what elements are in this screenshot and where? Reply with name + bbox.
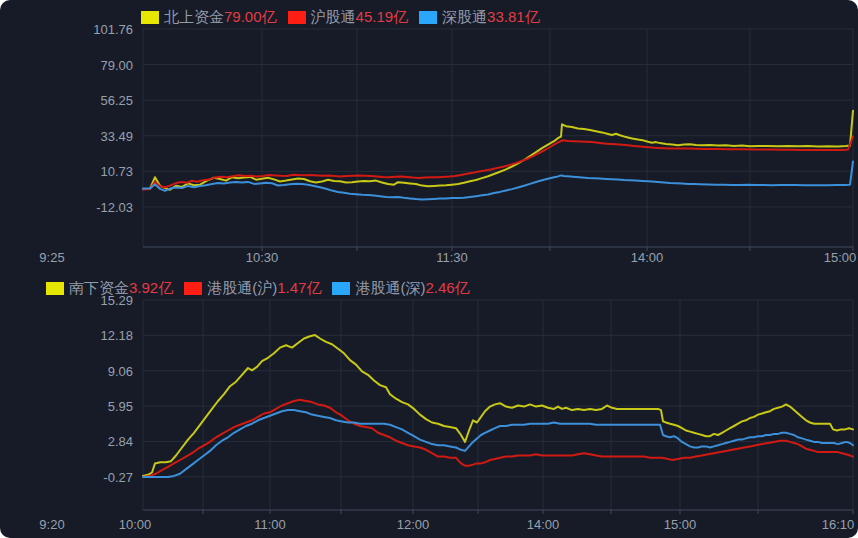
legend-swatch-yellow-icon [46,282,64,295]
x-axis-label: 10:00 [119,518,152,532]
legend-item-shengutong[interactable]: 深股通 33.81亿 [419,8,540,26]
x-axis-label: 14:00 [527,518,560,532]
legend-value: 33.81亿 [487,8,540,26]
legend-label: 港股通(深) [355,279,425,297]
y-axis-label: 33.49 [0,129,133,144]
legend-value: 79.00亿 [224,8,277,26]
y-axis-label: 9.06 [0,364,133,379]
chart-plot-area[interactable] [0,0,858,538]
x-axis-label: 11:00 [254,518,286,532]
legend-swatch-red-icon [288,11,306,24]
x-axis-label: 9:25 [39,251,64,265]
y-axis-label: -12.03 [0,200,133,215]
legend-label: 南下资金 [69,279,129,297]
y-axis-label: 79.00 [0,58,133,73]
northbound-legend: 北上资金 79.00亿 沪股通 45.19亿 深股通 33.81亿 [141,8,551,26]
y-axis-label: -0.27 [0,470,133,485]
legend-label: 沪股通 [311,8,356,26]
legend-label: 港股通(沪) [207,279,277,297]
x-axis-label: 15:00 [664,518,697,532]
y-axis-label: 2.84 [0,434,133,449]
legend-item-hugutong[interactable]: 沪股通 45.19亿 [288,8,409,26]
x-axis-label: 16:10 [822,518,855,532]
x-axis-label: 14:00 [631,251,664,265]
y-axis-label: 101.76 [0,22,133,37]
y-axis-label: 10.73 [0,164,133,179]
southbound-legend: 南下资金 3.92亿 港股通(沪) 1.47亿 港股通(深) 2.46亿 [46,279,481,297]
capital-flow-dashboard: 北上资金 79.00亿 沪股通 45.19亿 深股通 33.81亿 101.76… [0,0,858,538]
legend-value: 45.19亿 [356,8,409,26]
y-axis-label: 5.95 [0,399,133,414]
legend-swatch-yellow-icon [141,11,159,24]
legend-label: 深股通 [442,8,487,26]
legend-item-ganggutong-hu[interactable]: 港股通(沪) 1.47亿 [184,279,321,297]
legend-value: 2.46亿 [425,279,469,297]
y-axis-label: 56.25 [0,93,133,108]
legend-swatch-blue-icon [332,282,350,295]
x-axis-label: 11:30 [436,251,468,265]
legend-item-beishang[interactable]: 北上资金 79.00亿 [141,8,277,26]
legend-value: 3.92亿 [129,279,173,297]
legend-item-nanxia[interactable]: 南下资金 3.92亿 [46,279,173,297]
y-axis-label: 12.18 [0,328,133,343]
legend-item-ganggutong-shen[interactable]: 港股通(深) 2.46亿 [332,279,469,297]
legend-value: 1.47亿 [277,279,321,297]
x-axis-label: 12:00 [397,518,430,532]
x-axis-label: 15:00 [824,251,857,265]
x-axis-label: 10:30 [246,251,279,265]
series-line-南下资金 [143,335,853,476]
legend-label: 北上资金 [164,8,224,26]
x-axis-label: 9:20 [39,518,64,532]
legend-swatch-blue-icon [419,11,437,24]
legend-swatch-red-icon [184,282,202,295]
